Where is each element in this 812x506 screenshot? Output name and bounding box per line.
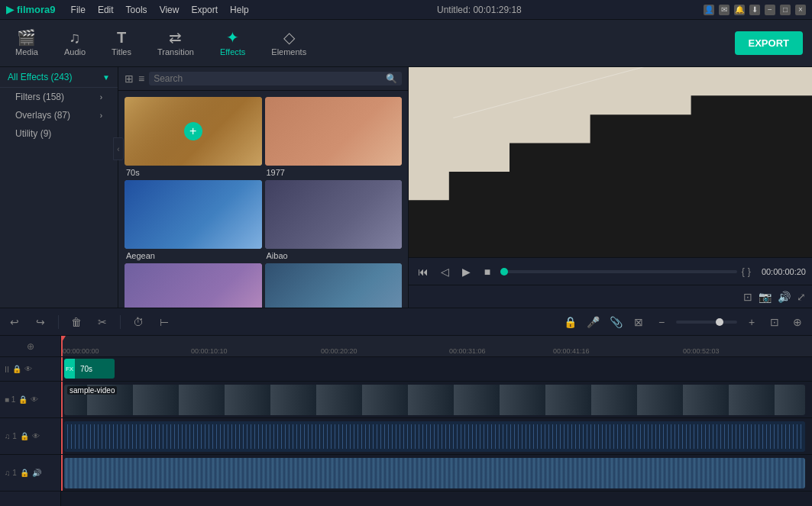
download-icon[interactable]: ⬇ — [749, 5, 760, 15]
video-clip[interactable]: sample-video — [64, 385, 805, 415]
menu-file[interactable]: File — [65, 3, 92, 17]
toolbar-audio[interactable]: ♫ Audio — [58, 27, 92, 60]
bell-icon[interactable]: 🔔 — [734, 5, 745, 15]
effect-aibao[interactable]: Aibao — [265, 180, 403, 260]
filters-item[interactable]: Filters (158) › — [0, 88, 118, 106]
toolbar-titles-label: Titles — [112, 47, 131, 56]
minimize-button[interactable]: − — [765, 5, 775, 15]
plus-zoom-icon[interactable]: + — [743, 314, 760, 330]
track-fx-lock[interactable]: 🔒 — [12, 365, 21, 373]
menu-view[interactable]: View — [154, 3, 186, 17]
toolbar-titles[interactable]: T Titles — [105, 27, 137, 60]
menu-help[interactable]: Help — [224, 3, 255, 17]
toolbar-separator-1 — [58, 315, 59, 329]
add-marker-btn[interactable]: ⊕ — [0, 336, 60, 357]
export-button[interactable]: EXPORT — [735, 31, 803, 55]
fx-clip-icon: FX — [64, 359, 75, 379]
mic-icon[interactable]: 🎤 — [584, 314, 601, 330]
notification-icon[interactable]: 👤 — [704, 5, 714, 15]
redo-button[interactable]: ↪ — [32, 314, 49, 330]
toolbar-effects-label: Effects — [220, 47, 245, 56]
bracket-in[interactable]: { — [742, 266, 745, 277]
lock-icon[interactable]: 🔒 — [561, 314, 578, 330]
dual-screen-icon[interactable]: ⊡ — [743, 291, 752, 303]
toolbar-transition[interactable]: ⇄ Transition — [151, 27, 200, 60]
video-clip-label: sample-video — [67, 386, 117, 395]
playhead-line-audio2 — [61, 455, 63, 491]
split-button[interactable]: ⊢ — [156, 314, 173, 330]
app-logo: ▶ filmora9 — [6, 4, 56, 15]
toolbar-separator-2 — [120, 315, 121, 329]
audio-clip-1[interactable] — [64, 421, 805, 452]
effect-1977[interactable]: 1977 — [265, 97, 403, 177]
track-audio2-vis[interactable]: 🔊 — [32, 469, 41, 477]
window-controls: 👤 ✉ 🔔 ⬇ − □ × — [704, 5, 806, 15]
play-button[interactable]: ▶ — [458, 263, 474, 280]
effects-grid: + 70s 1977 Aegean — [118, 91, 408, 308]
fx-clip-70s[interactable]: FX 70s — [64, 359, 115, 379]
effect-5[interactable] — [125, 263, 262, 308]
toolbar-elements[interactable]: ◇ Elements — [265, 27, 312, 60]
mail-icon[interactable]: ✉ — [719, 5, 730, 15]
delete-button[interactable]: 🗑 — [68, 314, 85, 330]
ruler-mark-3: 00:00:31:06 — [449, 347, 486, 355]
audio-track-row-2 — [61, 455, 812, 491]
panel-collapse-btn[interactable]: ‹ — [113, 137, 124, 160]
skip-back-button[interactable]: ⏮ — [415, 263, 432, 280]
track-audio-lock[interactable]: 🔒 — [20, 432, 29, 440]
playhead-line-video — [61, 382, 63, 417]
effect-70s-label: 70s — [125, 168, 262, 177]
effect-aegean-label: Aegean — [125, 251, 262, 260]
playhead-dot — [500, 268, 508, 276]
add-effect-btn[interactable]: + — [184, 122, 202, 140]
grid-view-icon[interactable]: ⊞ — [125, 73, 134, 85]
track-video-lock[interactable]: 🔒 — [18, 395, 27, 404]
menu-tools[interactable]: Tools — [120, 3, 154, 17]
stop-button[interactable]: ■ — [479, 263, 496, 280]
volume-icon[interactable]: 🔊 — [778, 291, 791, 303]
zoom-slider[interactable] — [676, 321, 737, 324]
all-effects-header[interactable]: All Effects (243) ▼ — [0, 67, 118, 88]
toolbar-media[interactable]: 🎬 Media — [9, 27, 44, 60]
play-prev-button[interactable]: ◁ — [436, 263, 453, 280]
track-audio-vis[interactable]: 👁 — [32, 432, 40, 440]
effect-70s[interactable]: + 70s — [125, 97, 262, 177]
track-header-video: ■ 1 🔒 👁 — [0, 382, 60, 418]
titles-icon: T — [117, 30, 126, 45]
fit-icon[interactable]: ⊡ — [766, 314, 783, 330]
track-fx-vis[interactable]: 👁 — [24, 365, 32, 373]
search-icon: 🔍 — [386, 73, 397, 84]
track-audio2-lock[interactable]: 🔒 — [20, 469, 29, 477]
menu-export[interactable]: Export — [185, 3, 224, 17]
bracket-out[interactable]: } — [748, 266, 751, 277]
add-track-icon[interactable]: ⊕ — [789, 314, 806, 330]
effect-1977-label: 1977 — [265, 168, 403, 177]
clip-icon[interactable]: 📎 — [607, 314, 624, 330]
track-header-fx: II 🔒 👁 — [0, 357, 60, 382]
ruler-mark-2: 00:00:20:20 — [321, 347, 357, 355]
snapshot-icon[interactable]: 📷 — [759, 291, 772, 303]
toolbar-media-label: Media — [15, 47, 38, 56]
minus-zoom-icon[interactable]: − — [653, 314, 670, 330]
overlays-item[interactable]: Overlays (87) › — [0, 106, 118, 124]
preview-tools: ⊡ 📷 🔊 ⤢ — [409, 285, 812, 308]
utility-item[interactable]: Utility (9) — [0, 124, 118, 143]
effect-aegean[interactable]: Aegean — [125, 180, 262, 260]
close-button[interactable]: × — [795, 5, 806, 15]
timeline-content: ⊕ II 🔒 👁 ■ 1 🔒 👁 ♫ 1 🔒 👁 ♫ 1 — [0, 336, 812, 506]
toolbar-effects[interactable]: ✦ Effects — [214, 27, 251, 60]
undo-button[interactable]: ↩ — [6, 314, 23, 330]
audio-clip-2[interactable] — [64, 458, 805, 488]
search-input[interactable] — [154, 73, 386, 84]
fullscreen-icon[interactable]: ⤢ — [797, 291, 806, 303]
playback-bar[interactable] — [500, 270, 737, 273]
maximize-button[interactable]: □ — [780, 5, 791, 15]
history-button[interactable]: ⏱ — [130, 314, 147, 330]
detach-icon[interactable]: ⊠ — [630, 314, 647, 330]
effect-6[interactable] — [265, 263, 403, 308]
filters-label: Filters (158) — [15, 92, 64, 102]
cut-button[interactable]: ✂ — [94, 314, 111, 330]
track-video-vis[interactable]: 👁 — [31, 395, 38, 404]
menu-edit[interactable]: Edit — [92, 3, 120, 17]
sort-icon[interactable]: ≡ — [138, 73, 144, 85]
